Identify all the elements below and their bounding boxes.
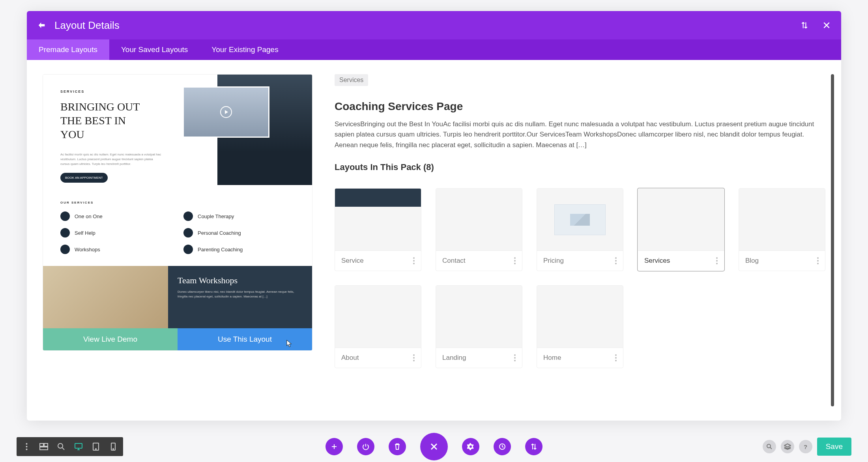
pack-card-menu-icon[interactable] bbox=[716, 257, 718, 264]
pack-card-home[interactable]: Home bbox=[537, 285, 623, 368]
modal-body: SERVICES BRINGING OUT THE BEST IN YOU Ac… bbox=[27, 60, 841, 421]
page-description: ServicesBringing out the Best In YouAc f… bbox=[335, 119, 825, 150]
services-tag: OUR SERVICES bbox=[60, 201, 295, 204]
transfer-button[interactable] bbox=[525, 438, 542, 455]
tabs: Premade Layouts Your Saved Layouts Your … bbox=[27, 39, 841, 60]
pack-card-menu-icon[interactable] bbox=[514, 354, 516, 361]
workshops-text: Donec ullamcorper libero nisl, nec bland… bbox=[178, 290, 303, 299]
svg-point-0 bbox=[26, 443, 27, 445]
svg-point-13 bbox=[767, 444, 771, 448]
svg-point-2 bbox=[26, 449, 27, 450]
tab-premade-layouts[interactable]: Premade Layouts bbox=[27, 39, 109, 60]
desktop-icon[interactable] bbox=[71, 439, 86, 454]
modal-title: Layout Details bbox=[54, 19, 120, 32]
service-item: Personal Coaching bbox=[183, 228, 295, 238]
service-item: Parenting Coaching bbox=[183, 245, 295, 254]
power-button[interactable] bbox=[357, 438, 374, 455]
modal-header: Layout Details bbox=[27, 11, 841, 39]
tab-saved-layouts[interactable]: Your Saved Layouts bbox=[109, 39, 200, 60]
pack-card-menu-icon[interactable] bbox=[514, 257, 516, 264]
tablet-icon[interactable] bbox=[88, 439, 103, 454]
pack-card-menu-icon[interactable] bbox=[615, 354, 617, 361]
pack-card-menu-icon[interactable] bbox=[615, 257, 617, 264]
pack-card-contact[interactable]: Contact bbox=[436, 188, 522, 271]
svg-point-6 bbox=[58, 443, 63, 448]
pack-card-menu-icon[interactable] bbox=[413, 354, 415, 361]
pack-card-label: Contact bbox=[442, 257, 466, 265]
pack-card-label: Home bbox=[543, 354, 561, 362]
pack-card-menu-icon[interactable] bbox=[817, 257, 819, 264]
history-button[interactable] bbox=[494, 438, 511, 455]
hero-title: BRINGING OUT THE BEST IN YOU bbox=[60, 100, 143, 141]
pack-title: Layouts In This Pack (8) bbox=[335, 162, 825, 172]
center-actions bbox=[326, 433, 542, 460]
menu-icon[interactable] bbox=[19, 439, 34, 454]
service-item: Self Help bbox=[60, 228, 172, 238]
svg-rect-5 bbox=[40, 447, 48, 450]
cursor-icon bbox=[286, 339, 293, 348]
preview-column: SERVICES BRINGING OUT THE BEST IN YOU Ac… bbox=[43, 74, 312, 406]
help-icon[interactable]: ? bbox=[799, 440, 812, 453]
layout-modal: Layout Details Premade Layouts Your Save… bbox=[27, 11, 841, 421]
pack-card-label: Service bbox=[341, 257, 364, 265]
pack-grid: ServiceContactPricingServicesBlogAboutLa… bbox=[335, 188, 825, 368]
right-actions: ? Save bbox=[763, 438, 851, 456]
layers-icon[interactable] bbox=[781, 440, 794, 453]
bottom-bar: ? Save bbox=[0, 431, 868, 462]
pack-card-service[interactable]: Service bbox=[335, 188, 421, 271]
hero-images bbox=[186, 75, 312, 185]
pack-card-label: Blog bbox=[745, 257, 759, 265]
close-icon[interactable] bbox=[821, 20, 832, 30]
svg-point-11 bbox=[113, 449, 114, 449]
svg-rect-4 bbox=[44, 443, 48, 446]
back-icon[interactable] bbox=[36, 20, 47, 31]
pack-card-pricing[interactable]: Pricing bbox=[537, 188, 623, 271]
search-small-icon[interactable] bbox=[763, 440, 776, 453]
page-title: Coaching Services Page bbox=[335, 100, 825, 113]
zoom-icon[interactable] bbox=[54, 439, 69, 454]
wireframe-icon[interactable] bbox=[36, 439, 51, 454]
pack-card-label: Services bbox=[644, 257, 670, 265]
svg-rect-3 bbox=[40, 443, 43, 446]
svg-rect-7 bbox=[75, 443, 82, 448]
service-item: Couple Therapy bbox=[183, 211, 295, 221]
preview-workshops: Team Workshops Donec ullamcorper libero … bbox=[43, 266, 312, 328]
workshops-title: Team Workshops bbox=[178, 275, 303, 286]
play-icon bbox=[220, 106, 232, 118]
hero-lorem: Ac facilisi morbi quis ac dis nullam. Eg… bbox=[60, 152, 163, 166]
tab-existing-pages[interactable]: Your Existing Pages bbox=[200, 39, 290, 60]
use-layout-button[interactable]: Use This Layout bbox=[178, 328, 312, 350]
service-item: One on One bbox=[60, 211, 172, 221]
sort-icon[interactable] bbox=[799, 20, 810, 30]
settings-button[interactable] bbox=[462, 438, 479, 455]
pack-card-label: About bbox=[341, 354, 359, 362]
add-button[interactable] bbox=[326, 438, 343, 455]
trash-button[interactable] bbox=[389, 438, 406, 455]
preview-actions: View Live Demo Use This Layout bbox=[43, 328, 312, 350]
scrollbar[interactable] bbox=[831, 74, 834, 406]
pack-card-label: Landing bbox=[442, 354, 466, 362]
preview-hero: SERVICES BRINGING OUT THE BEST IN YOU Ac… bbox=[43, 75, 312, 193]
pack-card-landing[interactable]: Landing bbox=[436, 285, 522, 368]
preview-services: OUR SERVICES One on One Couple Therapy S… bbox=[43, 193, 312, 266]
close-overlay-button[interactable] bbox=[420, 433, 448, 460]
hero-cta: BOOK AN APPOINTMENT bbox=[60, 173, 108, 183]
detail-column: Services Coaching Services Page Services… bbox=[335, 74, 825, 406]
phone-icon[interactable] bbox=[106, 439, 121, 454]
left-toolbar bbox=[17, 437, 123, 456]
pack-card-menu-icon[interactable] bbox=[413, 257, 415, 264]
pack-card-services[interactable]: Services bbox=[638, 188, 724, 271]
pack-card-blog[interactable]: Blog bbox=[739, 188, 825, 271]
svg-point-9 bbox=[95, 449, 96, 449]
save-button[interactable]: Save bbox=[817, 438, 851, 456]
pack-card-about[interactable]: About bbox=[335, 285, 421, 368]
svg-point-1 bbox=[26, 446, 27, 447]
pack-card-label: Pricing bbox=[543, 257, 564, 265]
service-item: Workshops bbox=[60, 245, 172, 254]
view-demo-button[interactable]: View Live Demo bbox=[43, 328, 178, 350]
category-badge: Services bbox=[335, 74, 368, 86]
